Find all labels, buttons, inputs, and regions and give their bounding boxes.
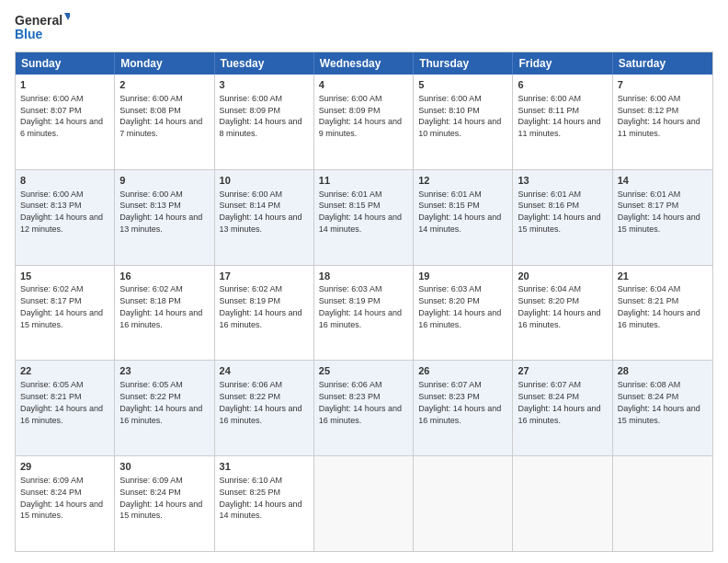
day-cell-26: 26 Sunrise: 6:07 AMSunset: 8:23 PMDaylig… xyxy=(414,361,513,455)
week-row-1: 1 Sunrise: 6:00 AMSunset: 8:07 PMDayligh… xyxy=(16,75,712,169)
day-cell-6: 6 Sunrise: 6:00 AMSunset: 8:11 PMDayligh… xyxy=(513,75,612,169)
day-cell-12: 12 Sunrise: 6:01 AMSunset: 8:15 PMDaylig… xyxy=(414,170,513,265)
day-info: Sunrise: 6:08 AMSunset: 8:24 PMDaylight:… xyxy=(618,380,700,424)
day-info: Sunrise: 6:09 AMSunset: 8:24 PMDaylight:… xyxy=(20,476,103,520)
day-number: 20 xyxy=(518,270,607,283)
day-number: 16 xyxy=(119,270,209,283)
day-info: Sunrise: 6:04 AMSunset: 8:21 PMDaylight:… xyxy=(618,284,700,328)
day-info: Sunrise: 6:01 AMSunset: 8:15 PMDaylight:… xyxy=(418,190,501,234)
logo-svg: General Blue xyxy=(15,11,70,44)
week-row-4: 22 Sunrise: 6:05 AMSunset: 8:21 PMDaylig… xyxy=(16,360,712,455)
day-info: Sunrise: 6:02 AMSunset: 8:17 PMDaylight:… xyxy=(20,284,103,328)
header-cell-monday: Monday xyxy=(115,52,214,75)
day-cell-29: 29 Sunrise: 6:09 AMSunset: 8:24 PMDaylig… xyxy=(16,456,115,551)
day-info: Sunrise: 6:00 AMSunset: 8:13 PMDaylight:… xyxy=(119,190,202,234)
day-number: 12 xyxy=(418,174,507,188)
empty-cell xyxy=(513,456,612,551)
day-cell-30: 30 Sunrise: 6:09 AMSunset: 8:24 PMDaylig… xyxy=(115,456,214,551)
day-info: Sunrise: 6:05 AMSunset: 8:21 PMDaylight:… xyxy=(20,380,103,424)
day-number: 28 xyxy=(618,364,708,378)
day-info: Sunrise: 6:00 AMSunset: 8:11 PMDaylight:… xyxy=(518,94,600,138)
day-number: 13 xyxy=(518,174,607,188)
day-number: 8 xyxy=(20,174,109,188)
day-info: Sunrise: 6:00 AMSunset: 8:10 PMDaylight:… xyxy=(418,94,501,138)
header: General Blue xyxy=(15,11,713,44)
header-cell-tuesday: Tuesday xyxy=(215,52,314,75)
day-cell-15: 15 Sunrise: 6:02 AMSunset: 8:17 PMDaylig… xyxy=(16,266,115,361)
day-info: Sunrise: 6:09 AMSunset: 8:24 PMDaylight:… xyxy=(119,476,202,520)
day-cell-17: 17 Sunrise: 6:02 AMSunset: 8:19 PMDaylig… xyxy=(215,266,314,361)
calendar-body: 1 Sunrise: 6:00 AMSunset: 8:07 PMDayligh… xyxy=(16,75,712,551)
svg-marker-2 xyxy=(64,13,70,20)
header-cell-saturday: Saturday xyxy=(613,52,712,75)
day-cell-7: 7 Sunrise: 6:00 AMSunset: 8:12 PMDayligh… xyxy=(613,75,712,169)
day-number: 18 xyxy=(319,270,408,283)
day-cell-2: 2 Sunrise: 6:00 AMSunset: 8:08 PMDayligh… xyxy=(115,75,214,169)
day-cell-1: 1 Sunrise: 6:00 AMSunset: 8:07 PMDayligh… xyxy=(16,75,115,169)
day-cell-23: 23 Sunrise: 6:05 AMSunset: 8:22 PMDaylig… xyxy=(115,361,214,455)
day-number: 15 xyxy=(20,270,109,283)
day-cell-4: 4 Sunrise: 6:00 AMSunset: 8:09 PMDayligh… xyxy=(314,75,414,169)
day-info: Sunrise: 6:10 AMSunset: 8:25 PMDaylight:… xyxy=(220,476,302,520)
day-info: Sunrise: 6:01 AMSunset: 8:15 PMDaylight:… xyxy=(319,190,402,234)
day-cell-22: 22 Sunrise: 6:05 AMSunset: 8:21 PMDaylig… xyxy=(16,361,115,455)
day-cell-16: 16 Sunrise: 6:02 AMSunset: 8:18 PMDaylig… xyxy=(115,266,214,361)
day-cell-24: 24 Sunrise: 6:06 AMSunset: 8:22 PMDaylig… xyxy=(215,361,314,455)
day-info: Sunrise: 6:01 AMSunset: 8:17 PMDaylight:… xyxy=(618,190,700,234)
day-cell-13: 13 Sunrise: 6:01 AMSunset: 8:16 PMDaylig… xyxy=(513,170,612,265)
day-number: 25 xyxy=(319,364,408,378)
page: General Blue SundayMondayTuesdayWednesda… xyxy=(0,0,728,563)
day-info: Sunrise: 6:00 AMSunset: 8:13 PMDaylight:… xyxy=(20,190,103,234)
day-number: 30 xyxy=(119,460,209,474)
day-cell-21: 21 Sunrise: 6:04 AMSunset: 8:21 PMDaylig… xyxy=(613,266,712,361)
day-info: Sunrise: 6:01 AMSunset: 8:16 PMDaylight:… xyxy=(518,190,600,234)
header-cell-thursday: Thursday xyxy=(414,52,513,75)
day-cell-28: 28 Sunrise: 6:08 AMSunset: 8:24 PMDaylig… xyxy=(613,361,712,455)
day-cell-14: 14 Sunrise: 6:01 AMSunset: 8:17 PMDaylig… xyxy=(613,170,712,265)
header-cell-friday: Friday xyxy=(513,52,612,75)
day-info: Sunrise: 6:02 AMSunset: 8:19 PMDaylight:… xyxy=(220,284,302,328)
day-cell-11: 11 Sunrise: 6:01 AMSunset: 8:15 PMDaylig… xyxy=(314,170,414,265)
day-number: 9 xyxy=(119,174,209,188)
week-row-5: 29 Sunrise: 6:09 AMSunset: 8:24 PMDaylig… xyxy=(16,455,712,551)
day-info: Sunrise: 6:02 AMSunset: 8:18 PMDaylight:… xyxy=(119,284,202,328)
day-info: Sunrise: 6:03 AMSunset: 8:20 PMDaylight:… xyxy=(418,284,501,328)
day-number: 7 xyxy=(618,78,708,92)
day-number: 24 xyxy=(220,364,309,378)
logo: General Blue xyxy=(15,11,70,44)
day-number: 22 xyxy=(20,364,109,378)
empty-cell xyxy=(414,456,513,551)
day-info: Sunrise: 6:07 AMSunset: 8:23 PMDaylight:… xyxy=(418,380,501,424)
day-number: 17 xyxy=(220,270,309,283)
day-number: 19 xyxy=(418,270,507,283)
day-info: Sunrise: 6:06 AMSunset: 8:22 PMDaylight:… xyxy=(220,380,302,424)
empty-cell xyxy=(314,456,414,551)
day-number: 4 xyxy=(319,78,408,92)
day-info: Sunrise: 6:03 AMSunset: 8:19 PMDaylight:… xyxy=(319,284,402,328)
day-cell-5: 5 Sunrise: 6:00 AMSunset: 8:10 PMDayligh… xyxy=(414,75,513,169)
day-info: Sunrise: 6:07 AMSunset: 8:24 PMDaylight:… xyxy=(518,380,600,424)
day-cell-10: 10 Sunrise: 6:00 AMSunset: 8:14 PMDaylig… xyxy=(215,170,314,265)
calendar-header-row: SundayMondayTuesdayWednesdayThursdayFrid… xyxy=(16,52,712,75)
day-cell-27: 27 Sunrise: 6:07 AMSunset: 8:24 PMDaylig… xyxy=(513,361,612,455)
day-info: Sunrise: 6:00 AMSunset: 8:09 PMDaylight:… xyxy=(319,94,402,138)
day-info: Sunrise: 6:06 AMSunset: 8:23 PMDaylight:… xyxy=(319,380,402,424)
day-info: Sunrise: 6:00 AMSunset: 8:14 PMDaylight:… xyxy=(220,190,302,234)
day-number: 3 xyxy=(220,78,309,92)
day-cell-25: 25 Sunrise: 6:06 AMSunset: 8:23 PMDaylig… xyxy=(314,361,414,455)
day-number: 1 xyxy=(20,78,109,92)
day-cell-18: 18 Sunrise: 6:03 AMSunset: 8:19 PMDaylig… xyxy=(314,266,414,361)
day-number: 27 xyxy=(518,364,607,378)
day-number: 10 xyxy=(220,174,309,188)
day-cell-19: 19 Sunrise: 6:03 AMSunset: 8:20 PMDaylig… xyxy=(414,266,513,361)
day-info: Sunrise: 6:04 AMSunset: 8:20 PMDaylight:… xyxy=(518,284,600,328)
day-number: 11 xyxy=(319,174,408,188)
header-cell-sunday: Sunday xyxy=(16,52,115,75)
calendar: SundayMondayTuesdayWednesdayThursdayFrid… xyxy=(15,52,713,552)
day-number: 26 xyxy=(418,364,507,378)
day-cell-9: 9 Sunrise: 6:00 AMSunset: 8:13 PMDayligh… xyxy=(115,170,214,265)
day-number: 21 xyxy=(618,270,708,283)
day-number: 31 xyxy=(220,460,309,474)
svg-text:General: General xyxy=(15,13,63,28)
day-info: Sunrise: 6:00 AMSunset: 8:12 PMDaylight:… xyxy=(618,94,700,138)
